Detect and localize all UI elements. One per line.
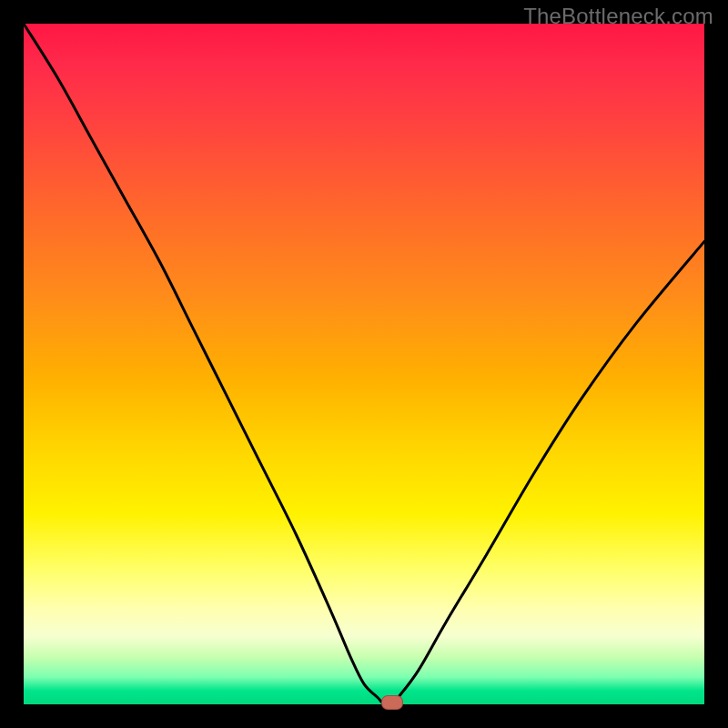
bottleneck-curve (24, 24, 704, 704)
plot-area (24, 24, 704, 704)
optimal-point-marker (381, 695, 403, 710)
chart-frame: TheBottleneck.com (0, 0, 728, 728)
